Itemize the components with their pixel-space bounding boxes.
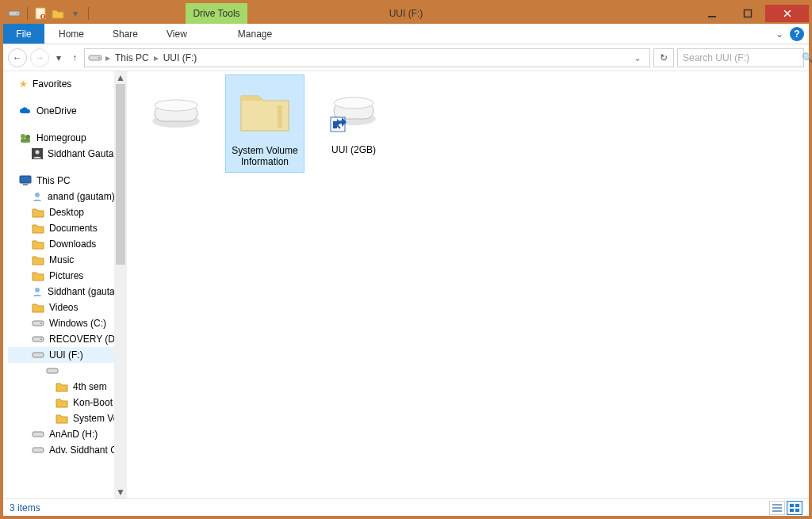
item-system-volume-information[interactable]: System Volume Information — [225, 74, 304, 173]
minimize-button[interactable] — [694, 5, 730, 22]
tab-view[interactable]: View — [152, 24, 201, 44]
search-box[interactable]: 🔍 — [677, 48, 804, 67]
recent-locations-icon[interactable]: ▾ — [52, 48, 65, 67]
item-label: UUI (2GB) — [331, 144, 376, 155]
person-icon — [32, 148, 43, 159]
tree-item[interactable]: RECOVERY (D:) — [8, 331, 114, 347]
item-uui-2gb[interactable]: UUI (2GB) — [314, 74, 393, 160]
view-details-button[interactable] — [769, 501, 785, 515]
tree-item[interactable]: Music — [8, 252, 114, 268]
properties-icon[interactable] — [34, 7, 47, 20]
refresh-button[interactable]: ↻ — [653, 48, 674, 67]
content-pane[interactable]: System Volume Information UUI (2GB) — [127, 71, 809, 498]
forward-button[interactable]: → — [30, 48, 49, 67]
svg-rect-15 — [23, 184, 28, 185]
scroll-up-icon[interactable]: ▲ — [114, 71, 127, 84]
svg-point-19 — [40, 322, 42, 324]
tree-label: Windows (C:) — [49, 318, 106, 329]
tree-label: Documents — [49, 223, 98, 234]
search-input[interactable] — [683, 52, 802, 63]
svg-rect-38 — [795, 504, 799, 507]
tree-label: Homegroup — [36, 132, 86, 143]
svg-point-13 — [36, 151, 40, 155]
window-controls — [694, 5, 809, 22]
item-icon — [32, 207, 44, 218]
tree-item[interactable]: 4th sem — [8, 379, 114, 395]
scroll-thumb[interactable] — [116, 84, 125, 265]
tree-this-pc[interactable]: This PC — [8, 173, 114, 189]
address-dropdown-icon[interactable]: ⌄ — [629, 52, 646, 63]
status-text: 3 items — [10, 502, 40, 513]
tree-item[interactable]: Adv. Siddhant Ga — [8, 442, 114, 458]
window-title: UUI (F:) — [389, 8, 423, 19]
tree-homegroup-user[interactable]: Siddhant Gautam — [8, 146, 114, 162]
breadcrumb-separator[interactable]: ▸ — [105, 52, 110, 63]
tree-item[interactable]: AnAnD (H:) — [8, 426, 114, 442]
svg-point-9 — [21, 134, 25, 139]
breadcrumb-this-pc[interactable]: This PC — [113, 52, 151, 63]
navigation-bar: ← → ▾ ↑ ▸ This PC ▸ UUI (F:) ⌄ ↻ 🔍 — [3, 44, 809, 71]
svg-rect-29 — [278, 105, 282, 128]
tree-item[interactable]: Documents — [8, 220, 114, 236]
scroll-down-icon[interactable]: ▼ — [114, 486, 127, 498]
ribbon-collapse-icon[interactable]: ⌄ — [769, 24, 790, 44]
drive-icon — [32, 446, 44, 454]
tree-uui-blank[interactable] — [8, 363, 114, 379]
svg-rect-4 — [42, 15, 44, 18]
tree-label: 4th sem — [73, 381, 107, 392]
close-button[interactable] — [765, 5, 809, 22]
tree-label: Pictures — [49, 270, 83, 281]
item-unnamed-drive[interactable] — [136, 74, 216, 149]
tree-item[interactable]: Desktop — [8, 204, 114, 220]
help-icon[interactable]: ? — [790, 27, 804, 41]
back-button[interactable]: ← — [8, 48, 27, 67]
cloud-icon — [19, 106, 32, 116]
breadcrumb-separator[interactable]: ▸ — [154, 52, 159, 63]
qat-dropdown-icon[interactable]: ▾ — [69, 7, 82, 20]
address-bar[interactable]: ▸ This PC ▸ UUI (F:) ⌄ — [84, 48, 650, 67]
tree-item[interactable]: Videos — [8, 300, 114, 315]
item-icon — [32, 239, 44, 250]
tab-home[interactable]: Home — [44, 24, 98, 44]
tree-favorites[interactable]: ★ Favorites — [8, 76, 114, 92]
tree-scrollbar[interactable]: ▲ ▼ — [114, 71, 127, 498]
tree-item[interactable]: anand (gautam) — [8, 189, 114, 204]
tree-view[interactable]: ★ Favorites OneDrive Homegroup — [3, 71, 114, 498]
svg-point-17 — [35, 288, 40, 292]
tab-share[interactable]: Share — [98, 24, 152, 44]
drive-icon — [46, 367, 59, 375]
tree-label: Videos — [49, 302, 78, 313]
drive-tools-context-tab[interactable]: Drive Tools — [186, 3, 247, 24]
drive-icon — [32, 430, 44, 438]
up-button[interactable]: ↑ — [68, 48, 81, 67]
tree-label: Siddhant Gautam — [48, 148, 114, 159]
tree-label: Downloads — [49, 239, 96, 250]
tree-homegroup[interactable]: Homegroup — [8, 130, 114, 146]
drive-shortcut-icon — [322, 78, 385, 141]
svg-point-1 — [17, 13, 18, 14]
tree-item[interactable]: Windows (C:) — [8, 315, 114, 331]
tree-item[interactable]: Siddhant (gautam — [8, 284, 114, 300]
breadcrumb-uui[interactable]: UUI (F:) — [162, 52, 199, 63]
view-large-icons-button[interactable] — [787, 501, 802, 515]
item-icon — [32, 223, 44, 234]
tree-item[interactable]: System Volume — [8, 410, 114, 426]
quick-access-toolbar: ▾ — [3, 7, 90, 20]
tree-onedrive[interactable]: OneDrive — [8, 103, 114, 119]
tree-item[interactable]: Downloads — [8, 236, 114, 252]
navigation-pane: ★ Favorites OneDrive Homegroup — [3, 71, 127, 498]
item-icon — [32, 319, 44, 328]
tree-uui[interactable]: UUI (F:) — [8, 347, 114, 363]
title-bar: ▾ Drive Tools UUI (F:) — [3, 3, 809, 24]
tree-item[interactable]: Kon-Boot 2.3 — [8, 395, 114, 410]
tree-item[interactable]: Pictures — [8, 268, 114, 284]
file-tab[interactable]: File — [3, 24, 44, 44]
folder-icon[interactable] — [52, 7, 64, 20]
tab-manage[interactable]: Manage — [224, 24, 286, 44]
svg-rect-14 — [20, 176, 31, 183]
svg-rect-39 — [790, 509, 794, 512]
scroll-track[interactable] — [114, 84, 127, 486]
search-icon: 🔍 — [802, 52, 812, 63]
maximize-button[interactable] — [730, 5, 765, 22]
folder-icon — [56, 413, 68, 424]
